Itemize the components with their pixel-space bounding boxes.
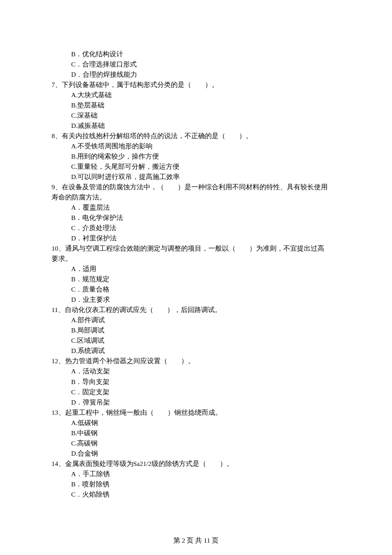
question-stem: 14、金属表面预处理等级为Sa21/2级的除锈方式是（ ）。 — [52, 459, 340, 469]
option-label: C. — [71, 337, 77, 344]
option-row: C．合理选择坡口形式 — [52, 59, 340, 69]
option-label: D． — [71, 296, 83, 303]
option-row: A.不受铁塔周围地形的影响 — [52, 141, 340, 151]
option-text: 合理选择坡口形式 — [82, 61, 137, 68]
page-footer: 第 2 页 共 11 页 — [0, 535, 392, 538]
option-text: 手工除锈 — [83, 470, 110, 477]
option-text: 减振基础 — [78, 122, 105, 129]
option-text: 深基础 — [77, 112, 98, 119]
option-label: D. — [71, 173, 78, 180]
option-text: 业主要求 — [83, 296, 110, 303]
question-text: 下列设备基础中，属于结构形式分类的是（ ）。 — [62, 81, 219, 88]
option-row: B．喷射除锈 — [52, 479, 340, 489]
option-label: B． — [71, 378, 82, 385]
option-text: 合金钢 — [78, 450, 98, 457]
option-row: C.高碳钢 — [52, 438, 340, 448]
option-row: A.大块式基础 — [52, 90, 340, 100]
option-text: 合理的焊接线能力 — [83, 71, 137, 78]
option-text: 低碳钢 — [78, 419, 98, 426]
option-text: 优化结构设计 — [82, 50, 123, 58]
option-text: 导向支架 — [82, 378, 110, 385]
option-row: A．手工除锈 — [52, 469, 340, 479]
option-text: 可以同时进行双吊，提高施工效率 — [78, 173, 180, 180]
option-text: 不受铁塔周围地形的影响 — [78, 142, 153, 150]
option-row: D．弹簧吊架 — [52, 397, 340, 408]
option-text: 部件调试 — [78, 316, 105, 324]
option-row: B.局部调试 — [52, 325, 340, 335]
option-label: A. — [71, 91, 78, 98]
option-label: C. — [71, 112, 77, 119]
option-text: 电化学保护法 — [82, 214, 123, 221]
option-label: D. — [71, 122, 78, 129]
question-text: 有关内拉线抱杆分解组塔的特点的说法，不正确的是（ ）。 — [62, 132, 253, 139]
option-text: 大块式基础 — [78, 91, 112, 98]
option-label: C. — [71, 163, 77, 170]
option-label: B. — [71, 101, 77, 109]
option-row: B．导向支架 — [52, 377, 340, 387]
question-number: 10、 — [52, 245, 65, 252]
option-row: A．覆盖层法 — [52, 202, 340, 213]
option-row: D.减振基础 — [52, 121, 340, 131]
option-label: A. — [71, 142, 78, 150]
option-row: C．火焰除锈 — [52, 489, 340, 500]
option-label: B． — [71, 275, 82, 283]
option-text: 区域调试 — [77, 337, 104, 344]
option-text: 喷射除锈 — [82, 480, 110, 488]
question-stem: 8、有关内拉线抱杆分解组塔的特点的说法，不正确的是（ ）。 — [52, 131, 340, 141]
option-row: A．活动支架 — [52, 366, 340, 376]
question-stem: 11、自动化仪表工程的调试应先（ ），后回路调试。 — [52, 305, 340, 315]
question-text: 在设备及管道的防腐蚀方法中，（ ）是一种综合利用不同材料的特性、具有较长使用 — [62, 183, 328, 191]
option-text: 质量合格 — [82, 286, 110, 293]
question-stem: 13、起重工程中，钢丝绳一般由（ ）钢丝捻绕而成。 — [52, 408, 340, 418]
option-row: A.部件调试 — [52, 315, 340, 325]
option-row: D．合理的焊接线能力 — [52, 69, 340, 80]
option-label: B． — [71, 480, 82, 488]
option-text: 介质处理法 — [82, 224, 116, 231]
option-label: D． — [71, 71, 83, 78]
question-number: 7、 — [52, 81, 62, 88]
option-label: A. — [71, 316, 78, 324]
option-row: B．电化学保护法 — [52, 213, 340, 223]
question-number: 8、 — [52, 132, 62, 139]
option-row: A．适用 — [52, 264, 340, 274]
option-text: 用到的绳索较少，操作方便 — [77, 153, 159, 160]
question-text: 通风与空调工程综合效能的测定与调整的项目，一般以（ ）为准则，不宜提出过高 — [65, 245, 324, 252]
option-label: C. — [71, 439, 77, 447]
option-text: 重量轻，头尾部可分解，搬运方便 — [77, 163, 179, 170]
option-label: A． — [71, 470, 83, 477]
question-stem: 7、下列设备基础中，属于结构形式分类的是（ ）。 — [52, 80, 340, 90]
question-stem-cont: 寿命的防腐方法。 — [52, 192, 340, 202]
option-text: 局部调试 — [77, 327, 104, 334]
option-label: C． — [71, 61, 82, 68]
option-text: 火焰除锈 — [82, 491, 110, 498]
question-stem: 10、通风与空调工程综合效能的测定与调整的项目，一般以（ ）为准则，不宜提出过高 — [52, 243, 340, 254]
option-row: B.垫层基础 — [52, 100, 340, 110]
option-label: B. — [71, 153, 77, 160]
option-text: 规范规定 — [82, 275, 110, 283]
option-row: C.区域调试 — [52, 335, 340, 346]
option-label: D. — [71, 347, 78, 354]
option-label: C． — [71, 224, 82, 231]
option-label: B． — [71, 50, 82, 58]
question-text: 热力管道两个补偿器之间应设置（ ）。 — [65, 357, 195, 364]
option-row: C．质量合格 — [52, 284, 340, 295]
option-label: D. — [71, 450, 78, 457]
question-number: 12、 — [52, 357, 65, 364]
option-label: A． — [71, 265, 83, 272]
option-text: 固定支架 — [82, 388, 110, 396]
option-label: A． — [71, 204, 83, 211]
option-text: 垫层基础 — [77, 101, 104, 109]
option-row: D.系统调试 — [52, 346, 340, 356]
question-number: 13、 — [52, 409, 65, 416]
option-label: A. — [71, 419, 78, 426]
option-text: 活动支架 — [83, 367, 110, 375]
option-text: 弹簧吊架 — [83, 399, 110, 406]
option-row: C．介质处理法 — [52, 223, 340, 233]
option-label: C． — [71, 491, 82, 498]
option-label: B. — [71, 327, 77, 334]
question-text: 金属表面预处理等级为Sa21/2级的除锈方式是（ ）。 — [65, 460, 233, 467]
option-row: D.合金钢 — [52, 448, 340, 459]
question-stem-cont: 要求。 — [52, 254, 340, 264]
option-text: 覆盖层法 — [83, 204, 110, 211]
question-number: 14、 — [52, 460, 65, 467]
